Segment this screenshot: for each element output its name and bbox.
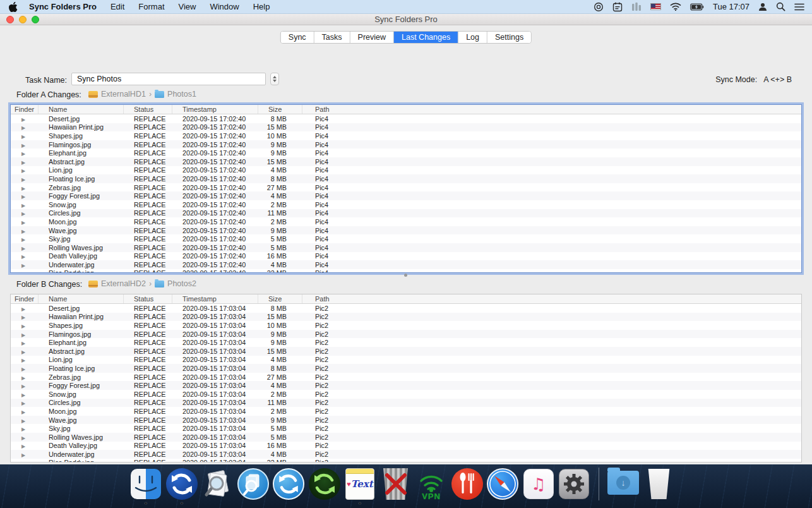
reveal-in-finder-icon[interactable]: ▶ (21, 177, 25, 183)
column-header-status[interactable]: Status (124, 105, 172, 114)
reveal-in-finder-icon[interactable]: ▶ (21, 229, 25, 234)
window-title-bar[interactable]: Sync Folders Pro (0, 14, 812, 25)
reveal-in-finder-icon[interactable]: ▶ (21, 461, 25, 463)
table-row[interactable]: ▶Hawaiian Print.jpgREPLACE2020-09-15 17:… (11, 313, 801, 322)
table-row[interactable]: ▶Abstract.jpgREPLACE2020-09-15 17:03:041… (11, 347, 801, 356)
reveal-in-finder-icon[interactable]: ▶ (21, 324, 25, 329)
menu-window[interactable]: Window (210, 2, 239, 11)
reveal-in-finder-icon[interactable]: ▶ (21, 375, 25, 381)
reveal-in-finder-icon[interactable]: ▶ (21, 341, 25, 346)
table-row[interactable]: ▶Floating Ice.jpgREPLACE2020-09-15 17:02… (11, 174, 801, 183)
reveal-in-finder-icon[interactable]: ▶ (21, 117, 25, 123)
table-row[interactable]: ▶Lion.jpgREPLACE2020-09-15 17:02:404 MBP… (11, 166, 801, 175)
reveal-in-finder-icon[interactable]: ▶ (21, 194, 25, 200)
table-row[interactable]: ▶Abstract.jpgREPLACE2020-09-15 17:02:401… (11, 157, 801, 166)
dock-finder-icon[interactable] (129, 468, 162, 500)
table-row[interactable]: ▶Elephant.jpgREPLACE2020-09-15 17:02:409… (11, 148, 801, 157)
reveal-in-finder-icon[interactable]: ▶ (21, 426, 25, 432)
reveal-in-finder-icon[interactable]: ▶ (21, 237, 25, 243)
dock-sync-app-icon[interactable] (272, 468, 305, 500)
menu-edit[interactable]: Edit (110, 2, 124, 11)
calendar-icon[interactable] (612, 2, 623, 12)
table-row[interactable]: ▶Moon.jpgREPLACE2020-09-15 17:03:042 MBP… (11, 407, 801, 416)
reveal-in-finder-icon[interactable]: ▶ (21, 143, 25, 148)
battery-charging-icon[interactable] (690, 3, 704, 11)
table-row[interactable]: ▶Rolling Waves.jpgREPLACE2020-09-15 17:0… (11, 433, 801, 442)
table-row[interactable]: ▶Circles.jpgREPLACE2020-09-15 17:03:0411… (11, 399, 801, 408)
table-row[interactable]: ▶Snow.jpgREPLACE2020-09-15 17:02:402 MBP… (11, 200, 801, 209)
reveal-in-finder-icon[interactable]: ▶ (21, 409, 25, 415)
table-row[interactable]: ▶Death Valley.jpgREPLACE2020-09-15 17:02… (11, 252, 801, 261)
dock-preview-search-icon[interactable] (201, 468, 234, 500)
dock-vpn-icon[interactable]: VPN (415, 468, 448, 500)
table-row[interactable]: ▶Shapes.jpgREPLACE2020-09-15 17:02:4010 … (11, 131, 801, 140)
menubar-app-title[interactable]: Sync Folders Pro (29, 2, 97, 11)
column-header-path[interactable]: Path (302, 105, 353, 114)
tab-last-changes[interactable]: Last Changes (394, 32, 458, 43)
reveal-in-finder-icon[interactable]: ▶ (21, 254, 25, 260)
dock-text-editor-icon[interactable]: ♥Text (343, 468, 376, 500)
menubar-clock[interactable]: Tue 17:07 (713, 2, 749, 11)
reveal-in-finder-icon[interactable]: ▶ (21, 444, 25, 449)
reveal-in-finder-icon[interactable]: ▶ (21, 271, 25, 273)
reveal-in-finder-icon[interactable]: ▶ (21, 246, 25, 251)
task-name-input[interactable] (71, 73, 266, 85)
column-header-finder[interactable]: Finder (11, 105, 39, 114)
table-row[interactable]: ▶Rice Paddy.jpgREPLACE2020-09-15 17:03:0… (11, 459, 801, 463)
table-row[interactable]: ▶Flamingos.jpgREPLACE2020-09-15 17:03:04… (11, 330, 801, 339)
table-row[interactable]: ▶Circles.jpgREPLACE2020-09-15 17:02:4011… (11, 209, 801, 218)
reveal-in-finder-icon[interactable]: ▶ (21, 315, 25, 320)
table-row[interactable]: ▶Elephant.jpgREPLACE2020-09-15 17:03:049… (11, 338, 801, 347)
search-icon[interactable] (776, 2, 785, 11)
reveal-in-finder-icon[interactable]: ▶ (21, 203, 25, 209)
folder-b-folder[interactable]: Photos2 (167, 279, 196, 288)
reveal-in-finder-icon[interactable]: ▶ (21, 306, 25, 312)
column-header-path[interactable]: Path (302, 294, 353, 303)
table-row[interactable]: ▶Desert.jpgREPLACE2020-09-15 17:02:408 M… (11, 114, 801, 123)
tab-tasks[interactable]: Tasks (314, 32, 350, 43)
table-row[interactable]: ▶Foggy Forest.jpgREPLACE2020-09-15 17:02… (11, 191, 801, 200)
table-row[interactable]: ▶Flamingos.jpgREPLACE2020-09-15 17:02:40… (11, 140, 801, 149)
reveal-in-finder-icon[interactable]: ▶ (21, 151, 25, 157)
dock-trash-icon[interactable] (643, 468, 676, 500)
reveal-in-finder-icon[interactable]: ▶ (21, 358, 25, 363)
table-row[interactable]: ▶Moon.jpgREPLACE2020-09-15 17:02:402 MBP… (11, 217, 801, 226)
column-header-timestamp[interactable]: Timestamp (172, 294, 258, 303)
dock-itunes-icon[interactable]: ♫ (522, 468, 555, 500)
table-row[interactable]: ▶Underwater.jpgREPLACE2020-09-15 17:03:0… (11, 450, 801, 459)
dock-matrix-sync-icon[interactable] (308, 468, 341, 500)
pane-splitter-handle[interactable] (404, 274, 407, 277)
folder-b-breadcrumb[interactable]: ExternalHD2 › Photos2 (88, 279, 196, 288)
menu-view[interactable]: View (179, 2, 196, 11)
column-header-timestamp[interactable]: Timestamp (172, 105, 258, 114)
column-header-name[interactable]: Name (39, 294, 124, 303)
table-row[interactable]: ▶Floating Ice.jpgREPLACE2020-09-15 17:03… (11, 364, 801, 373)
reveal-in-finder-icon[interactable]: ▶ (21, 452, 25, 458)
tab-preview[interactable]: Preview (350, 32, 394, 43)
folder-b-drive[interactable]: ExternalHD2 (101, 279, 146, 288)
table-row[interactable]: ▶Rolling Waves.jpgREPLACE2020-09-15 17:0… (11, 243, 801, 252)
folder-a-drive[interactable]: ExternalHD1 (101, 90, 146, 99)
table-row[interactable]: ▶Wave.jpgREPLACE2020-09-15 17:02:409 MBP… (11, 226, 801, 235)
column-header-status[interactable]: Status (124, 294, 172, 303)
table-row[interactable]: ▶Rice Paddy.jpgREPLACE2020-09-15 17:02:4… (11, 269, 801, 273)
dock-document-inspector-icon[interactable] (237, 468, 270, 500)
table-row[interactable]: ▶Lion.jpgREPLACE2020-09-15 17:03:044 MBP… (11, 356, 801, 365)
table-row[interactable]: ▶Sky.jpgREPLACE2020-09-15 17:03:045 MBPi… (11, 424, 801, 433)
reveal-in-finder-icon[interactable]: ▶ (21, 349, 25, 355)
reveal-in-finder-icon[interactable]: ▶ (21, 160, 25, 166)
notification-list-icon[interactable] (794, 3, 804, 11)
table-row[interactable]: ▶Wave.jpgREPLACE2020-09-15 17:03:049 MBP… (11, 416, 801, 425)
reveal-in-finder-icon[interactable]: ▶ (21, 332, 25, 338)
table-row[interactable]: ▶Zebras.jpgREPLACE2020-09-15 17:02:4027 … (11, 183, 801, 192)
table-row[interactable]: ▶Hawaiian Print.jpgREPLACE2020-09-15 17:… (11, 123, 801, 132)
dock-sync-folders-pro-icon[interactable] (165, 468, 198, 500)
reveal-in-finder-icon[interactable]: ▶ (21, 418, 25, 424)
sync-status-icon[interactable] (594, 2, 604, 12)
reveal-in-finder-icon[interactable]: ▶ (21, 366, 25, 372)
reveal-in-finder-icon[interactable]: ▶ (21, 220, 25, 226)
reveal-in-finder-icon[interactable]: ▶ (21, 435, 25, 441)
dock-downloads-folder-icon[interactable]: ↓ (607, 468, 640, 500)
dock-food-app-icon[interactable] (451, 468, 484, 500)
reveal-in-finder-icon[interactable]: ▶ (21, 392, 25, 398)
